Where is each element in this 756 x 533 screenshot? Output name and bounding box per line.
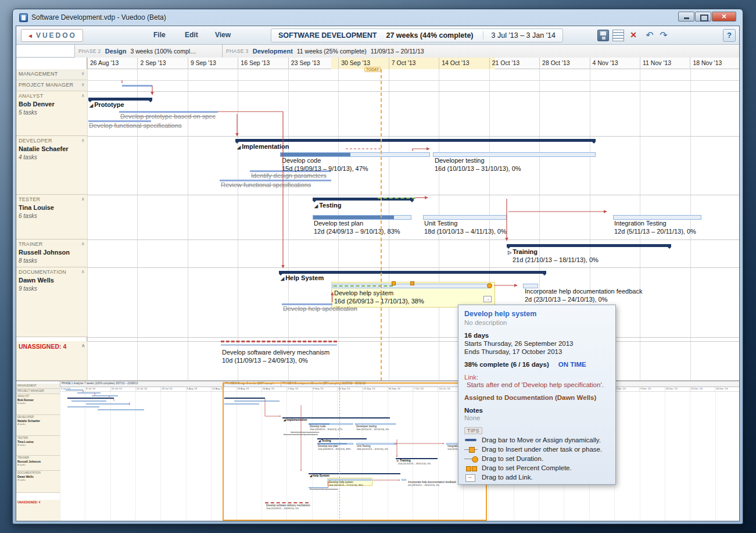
resource-sidebar: MANAGEMENT ∨ PROJECT MANAGER ∨ ANALYST∧ …: [16, 69, 87, 381]
week-label: 26 Aug '13: [87, 58, 137, 69]
tooltip-assigned: Assigned to Documentation (Dawn Wells): [464, 394, 610, 401]
sidebar-item-unassigned[interactable]: UNASSIGNED: 4∧: [16, 341, 87, 381]
phase-3-name: Development: [253, 48, 293, 55]
add-link-handle[interactable]: →: [483, 296, 492, 302]
vuedoo-logo[interactable]: ◄ VUEDOO: [21, 29, 83, 42]
developer-task-count: 4 tasks: [19, 154, 85, 160]
tooltip-ends: Ends Thursday, 17 October 2013: [464, 348, 610, 355]
sidebar-item-tester[interactable]: TESTER∧ Tina Louise 6 tasks: [16, 195, 87, 239]
trainer-name: Russell Johnson: [19, 249, 85, 256]
documentation-role: DOCUMENTATION: [19, 269, 66, 275]
week-label: 21 Oct '13: [489, 58, 539, 69]
week-label: 16 Sep '13: [238, 58, 288, 69]
sidebar-item-developer[interactable]: DEVELOPER∧ Natalie Schaefer 4 tasks: [16, 136, 87, 195]
trainer-role: TRAINER: [19, 241, 43, 247]
percent-handle-icon: [464, 465, 478, 471]
sidebar-item-management[interactable]: MANAGEMENT ∨: [16, 69, 87, 80]
week-label: 30 Sep '13: [338, 58, 388, 69]
maximize-button[interactable]: [695, 12, 711, 22]
tip-row: Drag bar to Move or Assign dynamically.: [464, 437, 610, 443]
list-view-icon[interactable]: [612, 30, 624, 41]
tip-row: →Drag to add Link.: [464, 474, 610, 481]
logo-text: VUEDOO: [36, 31, 77, 40]
gantt-main: MANAGEMENT ∨ PROJECT MANAGER ∨ ANALYST∧ …: [16, 69, 740, 381]
project-title: SOFTWARE DEVELOPMENT: [278, 31, 377, 40]
developer-role: DEVELOPER: [19, 138, 52, 144]
undo-icon[interactable]: ↶: [644, 30, 655, 41]
menu-file[interactable]: File: [153, 31, 166, 39]
chevron-up-icon[interactable]: ∧: [81, 196, 85, 202]
project-manager-label: PROJECT MANAGER: [19, 82, 73, 91]
developer-name: Natalie Schaefer: [19, 145, 85, 152]
gantt-chart: ◢Prototype Develop prototype based on sp…: [87, 69, 740, 381]
title-bar[interactable]: Software Development.vdp - Vuedoo (Beta)…: [16, 9, 740, 26]
tip-row: Drag to set Duration.: [464, 455, 610, 462]
tooltip-complete: 38% complete (6 / 16 days)ON TIME: [464, 361, 610, 368]
drag-bar-icon: [464, 437, 478, 443]
chevron-up-icon[interactable]: ∧: [81, 138, 85, 144]
timeline-spacer: [16, 58, 87, 69]
week-label: 18 Nov '13: [690, 58, 740, 69]
app-icon: [19, 13, 28, 22]
menu-edit[interactable]: Edit: [185, 31, 198, 39]
chevron-up-icon[interactable]: ∧: [81, 93, 85, 99]
chevron-up-icon[interactable]: ∧: [81, 241, 85, 247]
phase-3-info: 11 weeks (25% complete): [297, 48, 367, 55]
tester-name: Tina Louise: [19, 204, 85, 211]
analyst-role: ANALYST: [19, 93, 43, 99]
project-dates: 3 Jul '13 – 3 Jan '14: [483, 31, 556, 40]
minimize-button[interactable]: [678, 12, 694, 22]
bar-delivery-mechanism-overdue[interactable]: [221, 341, 337, 342]
project-summary-box: SOFTWARE DEVELOPMENT 27 weeks (44% compl…: [271, 28, 563, 42]
sidebar-item-trainer[interactable]: TRAINER∧ Russell Johnson 8 tasks: [16, 239, 87, 267]
today-label: TODAY: [364, 67, 381, 72]
status-badge: ON TIME: [558, 361, 586, 368]
toolbar: ◄ VUEDOO File Edit View SOFTWARE DEVELOP…: [16, 26, 740, 45]
phase-3-header[interactable]: PHASE 3 Development 11 weeks (25% comple…: [222, 45, 740, 58]
chevron-up-icon[interactable]: ∧: [81, 343, 85, 350]
analyst-task-count: 5 tasks: [19, 109, 85, 116]
client-area: ◄ VUEDOO File Edit View SOFTWARE DEVELOP…: [16, 26, 740, 521]
duration-handle[interactable]: [487, 283, 492, 288]
phase-2-name: Design: [105, 48, 127, 55]
week-label: 2 Sep '13: [137, 58, 187, 69]
week-label: 23 Sep '13: [288, 58, 338, 69]
unassigned-label: UNASSIGNED: 4: [19, 343, 66, 350]
redo-icon[interactable]: ↷: [658, 30, 669, 41]
week-label: 4 Nov '13: [590, 58, 640, 69]
menu-view[interactable]: View: [215, 31, 231, 39]
phase-2-tag: PHASE 2: [78, 48, 101, 54]
window-controls: ✕: [678, 12, 736, 22]
phase-3-dates: 11/09/13 – 20/11/13: [371, 48, 424, 55]
insert-handle[interactable]: [392, 281, 396, 285]
chevron-down-icon[interactable]: ∨: [81, 82, 85, 91]
tooltip-notes-value: None: [464, 414, 610, 421]
tester-role: TESTER: [19, 196, 40, 202]
today-line: [381, 69, 382, 381]
project-overview: PHASE 1 Analysis 7 weeks (100% complete)…: [16, 381, 740, 521]
week-label: 7 Oct '13: [389, 58, 439, 69]
close-button[interactable]: ✕: [712, 12, 736, 22]
week-label: 11 Nov '13: [640, 58, 690, 69]
analyst-name: Bob Denver: [19, 101, 85, 108]
delete-icon[interactable]: ✕: [628, 30, 639, 41]
help-button[interactable]: ?: [723, 29, 736, 42]
project-progress: 27 weeks (44% complete): [386, 31, 473, 40]
sidebar-item-documentation[interactable]: DOCUMENTATION∧ Dawn Wells 9 tasks: [16, 267, 87, 337]
sidebar-item-project-manager[interactable]: PROJECT MANAGER ∨: [16, 80, 87, 91]
save-icon[interactable]: [597, 30, 609, 41]
trainer-task-count: 8 tasks: [19, 257, 85, 264]
tooltip-link-text: Starts after end of 'Develop help specif…: [464, 381, 610, 388]
tooltip-notes-label: Notes: [464, 407, 610, 414]
percent-handle[interactable]: [410, 281, 414, 285]
chevron-up-icon[interactable]: ∧: [81, 269, 85, 275]
phase-2-header[interactable]: PHASE 2 Design 3 weeks (100% compl…: [74, 45, 222, 58]
chevron-down-icon[interactable]: ∨: [81, 71, 85, 80]
tooltip-starts: Starts Thursday, 26 September 2013: [464, 340, 610, 347]
sidebar-item-analyst[interactable]: ANALYST∧ Bob Denver 5 tasks: [16, 91, 87, 136]
overview-viewport[interactable]: [223, 382, 487, 521]
week-label: 28 Oct '13: [539, 58, 589, 69]
tooltip-title: Develop help system: [464, 310, 610, 318]
tooltip-description: No description: [464, 319, 610, 326]
tip-row: Drag to Insert under other task or phase…: [464, 446, 610, 453]
